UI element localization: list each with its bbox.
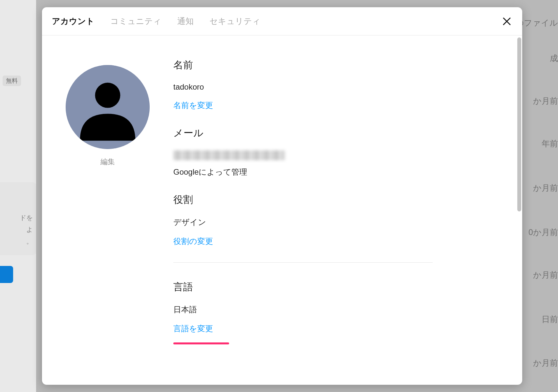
avatar-column: 編集 xyxy=(65,55,150,378)
email-heading: メール xyxy=(173,126,499,140)
divider xyxy=(173,262,433,263)
scrollbar[interactable] xyxy=(517,37,521,211)
modal-header: アカウント コミュニティ 通知 セキュリティ xyxy=(42,7,522,35)
role-heading: 役割 xyxy=(173,193,499,207)
section-email: メール Googleによって管理 xyxy=(173,126,499,177)
bg-right-item: か月前 xyxy=(533,95,558,107)
bg-right-item: か月前 xyxy=(533,182,558,194)
language-heading: 言語 xyxy=(173,280,499,294)
role-value: デザイン xyxy=(173,217,499,228)
bg-right-item: 年前 xyxy=(542,138,558,149)
email-value-redacted xyxy=(173,150,285,160)
tab-notifications[interactable]: 通知 xyxy=(177,16,194,27)
tab-community[interactable]: コミュニティ xyxy=(110,16,161,27)
svg-point-3 xyxy=(95,83,120,108)
settings-tabs: アカウント コミュニティ 通知 セキュリティ xyxy=(52,16,261,27)
bg-promo-button xyxy=(0,266,13,283)
highlight-underline xyxy=(173,342,229,344)
bg-right-item: 日前 xyxy=(542,314,558,325)
bg-right-item: か月前 xyxy=(533,357,558,369)
avatar-placeholder-icon xyxy=(66,65,150,149)
tab-account[interactable]: アカウント xyxy=(52,16,95,27)
email-managed-by: Googleによって管理 xyxy=(173,167,499,177)
section-language: 言語 日本語 言語を変更 xyxy=(173,280,499,344)
content-column: 名前 tadokoro 名前を変更 メール Googleによって管理 役割 デザ… xyxy=(173,55,499,378)
change-role-link[interactable]: 役割の変更 xyxy=(173,236,213,247)
section-name: 名前 tadokoro 名前を変更 xyxy=(173,58,499,111)
close-icon xyxy=(502,16,512,26)
change-name-link[interactable]: 名前を変更 xyxy=(173,100,213,111)
avatar[interactable] xyxy=(66,65,150,149)
settings-modal: アカウント コミュニティ 通知 セキュリティ 編集 xyxy=(42,7,522,385)
section-role: 役割 デザイン 役割の変更 xyxy=(173,193,499,247)
close-button[interactable] xyxy=(501,15,513,28)
free-badge: 無料 xyxy=(3,76,21,86)
name-value: tadokoro xyxy=(173,82,499,92)
change-language-link[interactable]: 言語を変更 xyxy=(173,323,213,334)
bg-right-item: 0か月前 xyxy=(528,227,558,238)
modal-body: 編集 名前 tadokoro 名前を変更 メール Googleによって管理 役割… xyxy=(42,35,522,385)
bg-right-item: 成 xyxy=(550,53,558,64)
bg-promo-text: ドを よ 。 xyxy=(0,182,36,255)
bg-right-item: か月前 xyxy=(533,269,558,281)
avatar-edit-link[interactable]: 編集 xyxy=(100,157,115,167)
name-heading: 名前 xyxy=(173,58,499,72)
language-value: 日本語 xyxy=(173,304,499,315)
tab-security[interactable]: セキュリティ xyxy=(209,16,261,27)
bg-sidebar: 無料 ドを よ 。 xyxy=(0,0,36,392)
